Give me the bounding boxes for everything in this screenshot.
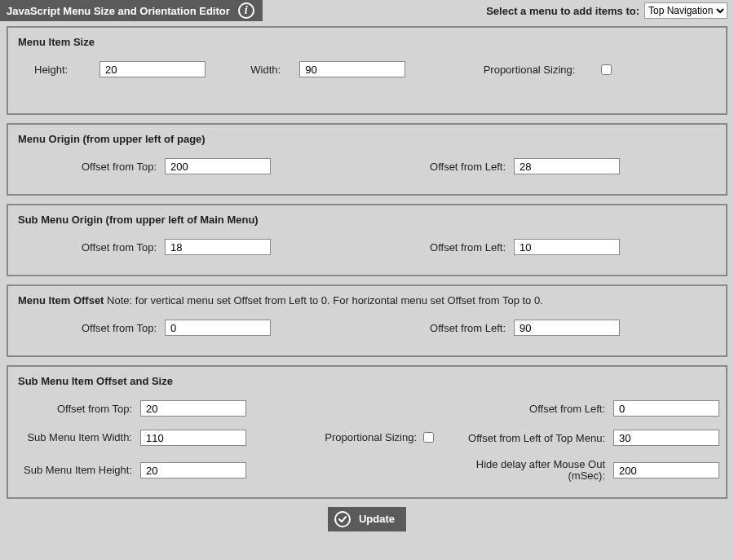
update-label: Update [359, 513, 395, 525]
panel-item-offset: Menu Item Offset Note: for vertical menu… [7, 284, 727, 357]
sub-left-input[interactable] [613, 400, 719, 417]
suborigin-left-input[interactable] [514, 239, 620, 255]
sub-top-input[interactable] [140, 400, 246, 417]
sub-delay-label: Hide delay after Mouse Out (mSec): [442, 459, 605, 483]
app-title: JavaScript Menu Size and Orientation Edi… [7, 5, 230, 17]
sub-width-input[interactable] [140, 430, 246, 446]
menu-select[interactable]: Top Navigation [644, 2, 727, 19]
suborigin-left-label: Offset from Left: [367, 241, 506, 254]
panel-menu-origin: Menu Origin (from upper left of page) Of… [7, 123, 727, 196]
width-input[interactable] [299, 61, 405, 77]
itemoffset-note: Note: for vertical menu set Offset from … [104, 294, 542, 306]
itemoffset-left-input[interactable] [514, 320, 620, 336]
itemoffset-top-input[interactable] [165, 320, 271, 336]
panel-sub-offset-size: Sub Menu Item Offset and Size Offset fro… [7, 365, 727, 499]
sub-top-label: Offset from Top: [18, 403, 132, 415]
info-icon[interactable]: i [238, 2, 254, 19]
prop-sizing-label: Proportional Sizing: [484, 64, 576, 76]
height-input[interactable] [99, 61, 206, 77]
panel-menu-item-size: Menu Item Size Height: Width: Proportion… [7, 26, 727, 115]
prop-sizing-checkbox[interactable] [601, 64, 612, 75]
suborigin-top-input[interactable] [165, 239, 271, 255]
check-icon [334, 511, 351, 527]
sub-left-label: Offset from Left: [442, 403, 605, 415]
sub-prop-checkbox[interactable] [423, 432, 434, 443]
panel-title-origin: Menu Origin (from upper left of page) [18, 133, 716, 145]
panel-title-sub: Sub Menu Item Offset and Size [18, 375, 716, 387]
itemoffset-left-label: Offset from Left: [367, 322, 506, 334]
origin-left-label: Offset from Left: [367, 161, 506, 173]
panel-title-itemoffset: Menu Item Offset Note: for vertical menu… [18, 294, 716, 306]
origin-top-label: Offset from Top: [18, 161, 157, 173]
sub-left2-input[interactable] [613, 430, 719, 446]
itemoffset-title-prefix: Menu Item Offset [18, 294, 104, 306]
itemoffset-top-label: Offset from Top: [18, 322, 157, 334]
height-label: Height: [18, 64, 91, 76]
width-label: Width: [250, 64, 291, 76]
suborigin-top-label: Offset from Top: [18, 241, 157, 254]
origin-left-input[interactable] [514, 158, 620, 174]
titlebar: JavaScript Menu Size and Orientation Edi… [0, 0, 734, 21]
sub-height-label: Sub Menu Item Height: [18, 465, 132, 476]
titlebar-left: JavaScript Menu Size and Orientation Edi… [0, 0, 263, 21]
sub-width-label: Sub Menu Item Width: [18, 432, 132, 443]
sub-left2-label: Offset from Left of Top Menu: [442, 432, 605, 444]
panel-title-suborigin: Sub Menu Origin (from upper left of Main… [18, 214, 716, 226]
sub-height-input[interactable] [140, 462, 246, 478]
origin-top-input[interactable] [165, 158, 271, 174]
panel-submenu-origin: Sub Menu Origin (from upper left of Main… [7, 204, 727, 276]
sub-prop-label: Proportional Sizing: [325, 432, 417, 443]
menu-select-label: Select a menu to add items to: [486, 5, 639, 17]
update-button[interactable]: Update [328, 507, 406, 531]
panel-title-size: Menu Item Size [18, 36, 716, 48]
sub-delay-input[interactable] [613, 462, 719, 478]
titlebar-right: Select a menu to add items to: Top Navig… [486, 0, 727, 21]
